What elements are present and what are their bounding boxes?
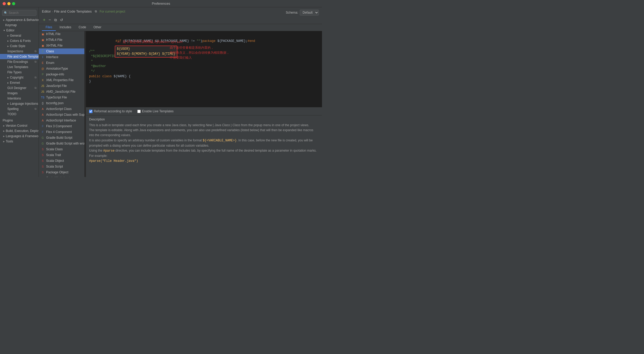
sidebar-item-file-types[interactable]: File Types [0,70,39,75]
copy-icon: ⧉ [35,76,36,79]
reformat-checkbox-input[interactable] [89,110,92,113]
list-item[interactable]: F Flex 3 Component [39,123,84,129]
variable-datetime: ${YEAR}-${MONTH}-${DAY} ${TIME} [117,52,175,57]
tabs-bar: Files Includes Code Other [39,24,322,31]
sidebar-item-label: Colors & Fonts [10,39,31,43]
sidebar-item-gui-designer[interactable]: GUI Designer ⧉ [0,85,39,91]
search-input[interactable] [9,11,35,15]
remove-button[interactable]: − [47,17,52,23]
live-templates-checkbox[interactable]: Enable Live Templates [137,109,174,113]
sidebar-item-label: Keymap [5,23,17,27]
sidebar-item-label: Code Style [10,44,25,48]
sidebar-item-code-style[interactable]: ▶ Code Style [0,43,39,49]
sidebar-item-language-injections[interactable]: ▶ Language Injections ⧉ [0,101,39,106]
tab-code[interactable]: Code [75,24,90,31]
list-item[interactable]: A ActionScript Class [39,106,84,112]
list-item[interactable]: JS JavaScript File [39,83,84,89]
gradle-icon: G [41,142,45,145]
list-item[interactable]: S Scala Object [39,158,84,164]
file-item-label: Scala Trait [46,153,61,157]
reformat-label: Reformat according to style [94,109,132,113]
sidebar-item-live-templates[interactable]: Live Templates [0,64,39,70]
sidebar-item-intentions[interactable]: Intentions [0,96,39,101]
sidebar-item-label: GUI Designer [7,86,26,90]
minimize-button[interactable] [7,2,10,5]
sidebar-item-label: Languages & Frameworks [6,134,39,138]
tab-files[interactable]: Files [42,24,56,31]
sidebar-item-plugins[interactable]: Plugins [0,118,39,123]
sidebar-item-version-control[interactable]: ▶ Version Control [0,123,39,128]
file-item-label: Scala Script [46,165,63,168]
sidebar-item-general[interactable]: ▶ General [0,33,39,38]
list-item[interactable]: JS AMD_JavaScript File [39,89,84,95]
list-item[interactable]: F Flex 4 Component [39,129,84,135]
list-item[interactable]: S Package Object [39,169,84,175]
list-item[interactable]: ▣ HTML File [39,31,84,37]
chevron-right-icon: ▶ [7,103,9,105]
sidebar-item-build-execution[interactable]: ▶ Build, Execution, Deployment [0,128,39,134]
search-icon: 🔍 [4,11,8,15]
list-item[interactable]: @ AnnotationType [39,66,84,71]
sidebar-item-inspections[interactable]: Inspections ⧉ [0,49,39,54]
sidebar-item-images[interactable]: Images [0,91,39,96]
description-title: Description [89,118,319,121]
annotation-label-description: 这个就是我们刚刚输入的description [123,40,183,45]
sidebar-item-label: TODO [7,112,16,116]
code-line: public class ${NAME} { [89,74,319,79]
list-item[interactable]: S Scala Script [39,164,84,169]
file-item-label: Package Object [46,170,68,174]
schema-select[interactable]: Default [300,10,319,15]
content-header: Editor › File and Code Templates ⧉ For c… [39,7,322,24]
list-item-class[interactable]: C Class [39,48,84,54]
list-item[interactable]: G Gradle Build Script with wrapper [39,141,84,146]
reformat-checkbox[interactable]: Reformat according to style [89,109,132,113]
list-item[interactable]: S Scala Class [39,146,84,152]
tab-other[interactable]: Other [90,24,105,31]
list-item[interactable]: ▣ HTML4 File [39,37,84,43]
add-button[interactable]: + [42,17,46,23]
list-item[interactable]: S Scala Worksheet [39,175,84,177]
list-item[interactable]: P package-info [39,71,84,77]
list-item[interactable]: I Interface [39,54,84,60]
copy-icon: ⧉ [35,107,36,110]
traffic-lights [3,2,15,5]
list-item[interactable]: A ActionScript Interface [39,118,84,123]
live-templates-checkbox-input[interactable] [137,110,141,113]
close-button[interactable] [3,2,6,5]
search-container[interactable]: 🔍 [2,10,36,16]
sidebar-item-todo[interactable]: TODO [0,112,39,117]
sidebar-item-label: Version Control [6,124,27,128]
list-item[interactable]: X XML Properties File [39,77,84,83]
project-label: For current project [100,10,125,13]
list-item[interactable]: TS TypeScript File [39,95,84,100]
sidebar-item-appearance-behavior[interactable]: ▶ Appearance & Behavior [0,17,39,23]
window-title: Preferences [152,2,170,5]
titlebar: Preferences [0,0,322,7]
sidebar-item-spelling[interactable]: Spelling ⧉ [0,106,39,112]
list-item[interactable]: ▣ XHTML File [39,43,84,48]
sidebar-item-keymap[interactable]: Keymap [0,23,39,28]
sidebar-item-editor[interactable]: ▼ Editor [0,28,39,33]
copy-template-button[interactable]: ⧉ [53,17,58,23]
sidebar-item-languages-frameworks[interactable]: ▶ Languages & Frameworks [0,134,39,139]
schema-area: Schema: Default [286,10,319,15]
list-item[interactable]: {} tsconfig.json [39,100,84,106]
list-item[interactable]: A ActionScript Class with Supers [39,112,84,118]
sidebar-item-colors-fonts[interactable]: ▶ Colors & Fonts [0,38,39,43]
reset-button[interactable]: ↺ [59,17,64,23]
sidebar-item-file-encodings[interactable]: File Encodings ⧉ [0,59,39,64]
list-item[interactable]: S Scala Trait [39,152,84,158]
copy-icon: ⧉ [35,50,36,53]
sidebar-item-copyright[interactable]: ▶ Copyright ⧉ [0,75,39,80]
list-item[interactable]: E Enum [39,60,84,66]
maximize-button[interactable] [12,2,15,5]
json-icon: {} [41,101,45,105]
sidebar-item-tools[interactable]: ▶ Tools [0,139,39,144]
sidebar-item-emmet[interactable]: ▶ Emmet [0,80,39,85]
code-editor[interactable]: #if (${PACKAGE_NAME} && ${PACKAGE_NAME} … [86,31,322,107]
list-item[interactable]: G Gradle Build Script [39,135,84,141]
sidebar-item-file-and-code-templates[interactable]: File and Code Templates ⧉ [0,54,39,59]
chevron-right-icon: ▶ [3,125,5,127]
tab-includes[interactable]: Includes [56,24,75,31]
sidebar-item-label: Plugins [3,119,13,122]
